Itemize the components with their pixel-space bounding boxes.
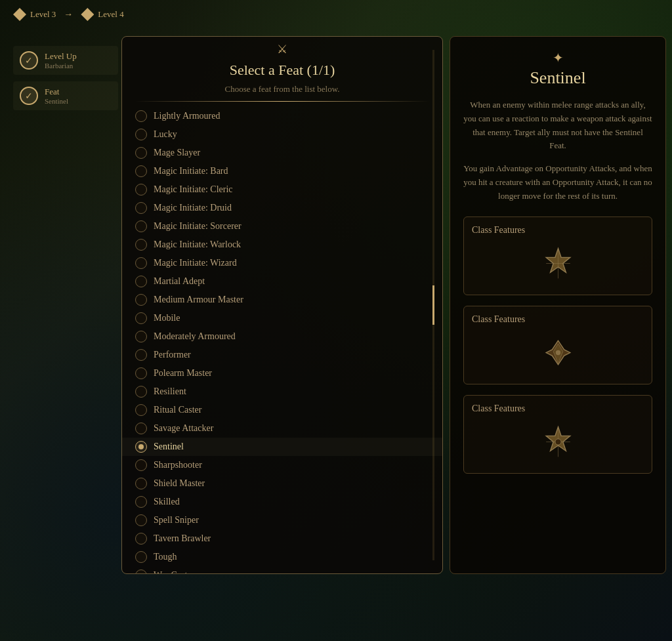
feat-name-label: Magic Initiate: Druid	[154, 203, 232, 213]
feat-radio[interactable]	[135, 404, 147, 416]
feat-list-item[interactable]: Magic Initiate: Druid	[122, 199, 442, 217]
feat-name-label: Magic Initiate: Sorcerer	[154, 221, 242, 232]
feat-name-label: Magic Initiate: Cleric	[154, 184, 233, 195]
feat-radio[interactable]	[135, 423, 147, 434]
feat-list-item[interactable]: Polearm Master	[122, 364, 442, 383]
feat-list-item[interactable]: Magic Initiate: Warlock	[122, 236, 442, 254]
feat-list-item[interactable]: Magic Initiate: Bard	[122, 162, 442, 180]
scrollbar-track[interactable]	[432, 50, 434, 560]
feat-radio[interactable]	[135, 239, 147, 251]
class-feature-box-2: Class Features	[463, 306, 652, 384]
feat-radio[interactable]	[135, 312, 147, 324]
feat-list-item[interactable]: Skilled	[122, 493, 442, 511]
feat-radio[interactable]	[135, 129, 147, 140]
level-from-label: Level 3	[30, 9, 56, 20]
feat-radio[interactable]	[135, 257, 147, 269]
feat-check: ✓	[20, 87, 38, 105]
feat-list-item[interactable]: Ritual Caster	[122, 401, 442, 419]
class-feature-icon-3	[535, 419, 581, 465]
feat-radio[interactable]	[135, 184, 147, 196]
feat-name-label: Tough	[154, 552, 177, 562]
feat-list-item[interactable]: Lucky	[122, 125, 442, 144]
feat-name-label: Medium Armour Master	[154, 295, 243, 305]
feat-radio[interactable]	[135, 294, 147, 306]
sidebar-level-up-subtitle: Barbarian	[45, 62, 77, 70]
feat-name-label: Spell Sniper	[154, 515, 199, 526]
panel-ornament: ⚔	[122, 37, 442, 59]
detail-ornament: ✦	[553, 50, 564, 66]
feat-list-item[interactable]: Mage Slayer	[122, 144, 442, 162]
class-feature-box-3: Class Features	[463, 395, 652, 474]
feat-radio[interactable]	[135, 349, 147, 361]
panel-title: Select a Feat (1/1)	[122, 59, 442, 81]
feat-list: Lightly ArmouredLuckyMage SlayerMagic In…	[122, 102, 442, 573]
highlight-advantage: Advantage	[495, 163, 532, 173]
feat-name-label: Shield Master	[154, 478, 205, 489]
feat-name-label: Magic Initiate: Bard	[154, 166, 228, 176]
feat-radio[interactable]	[135, 533, 147, 545]
feat-list-item[interactable]: Mobile	[122, 309, 442, 327]
class-feature-icon-1	[535, 241, 581, 287]
feat-radio[interactable]	[135, 147, 147, 159]
sidebar-item-level-up[interactable]: ✓ Level Up Barbarian	[13, 46, 118, 75]
feat-list-item[interactable]: Tough	[122, 548, 442, 566]
feat-name-label: Magic Initiate: Warlock	[154, 239, 241, 250]
feat-name-label: War Caster	[154, 570, 194, 573]
feat-radio[interactable]	[135, 202, 147, 214]
level-to-label: Level 4	[98, 9, 123, 20]
feat-list-item[interactable]: Tavern Brawler	[122, 529, 442, 548]
feat-radio[interactable]	[135, 220, 147, 232]
feat-radio[interactable]	[135, 459, 147, 471]
feat-list-item[interactable]: Resilient	[122, 383, 442, 401]
level-up-check: ✓	[20, 51, 38, 70]
feat-radio[interactable]	[135, 514, 147, 526]
sidebar-feat-title: Feat	[45, 87, 68, 97]
svg-point-3	[555, 350, 560, 355]
feat-name-label: Sentinel	[154, 442, 184, 452]
feat-radio[interactable]	[135, 110, 147, 122]
left-sidebar: ✓ Level Up Barbarian ✓ Feat Sentinel	[13, 46, 118, 110]
feat-radio[interactable]	[135, 165, 147, 177]
scrollbar-thumb[interactable]	[432, 285, 434, 325]
feat-list-item[interactable]: Shield Master	[122, 474, 442, 493]
feat-radio[interactable]	[135, 441, 147, 453]
feat-list-item[interactable]: Sentinel	[122, 438, 442, 456]
feat-list-item[interactable]: Magic Initiate: Wizard	[122, 254, 442, 272]
feat-radio[interactable]	[135, 386, 147, 398]
feat-list-item[interactable]: Sharpshooter	[122, 456, 442, 474]
feat-list-item[interactable]: Magic Initiate: Sorcerer	[122, 217, 442, 236]
feat-name-label: Polearm Master	[154, 368, 212, 379]
feat-detail-panel: ✦ Sentinel When an enemy within melee ra…	[450, 36, 666, 574]
feat-radio[interactable]	[135, 331, 147, 342]
feat-name-label: Sharpshooter	[154, 460, 202, 470]
sidebar-level-up-title: Level Up	[45, 51, 77, 62]
feat-name-label: Tavern Brawler	[154, 533, 211, 544]
level-icon	[13, 8, 26, 21]
feat-list-item[interactable]: Savage Attacker	[122, 419, 442, 438]
feat-list-item[interactable]: War Caster	[122, 566, 442, 573]
feat-list-item[interactable]: Moderately Armoured	[122, 327, 442, 346]
level-arrow: →	[64, 9, 73, 20]
sidebar-item-feat[interactable]: ✓ Feat Sentinel	[13, 81, 118, 110]
feat-name-label: Martial Adept	[154, 276, 205, 287]
feat-radio[interactable]	[135, 478, 147, 489]
feat-list-item[interactable]: Performer	[122, 346, 442, 364]
feat-name-label: Moderately Armoured	[154, 331, 236, 342]
feat-name-label: Mobile	[154, 313, 180, 323]
feat-name-label: Ritual Caster	[154, 405, 202, 415]
feat-list-item[interactable]: Spell Sniper	[122, 511, 442, 529]
class-feature-label-3: Class Features	[472, 403, 525, 414]
feat-name-label: Resilient	[154, 386, 186, 397]
feat-list-item[interactable]: Martial Adept	[122, 272, 442, 291]
feat-radio[interactable]	[135, 367, 147, 379]
feat-radio[interactable]	[135, 551, 147, 563]
feat-name-label: Magic Initiate: Wizard	[154, 258, 237, 268]
feat-radio[interactable]	[135, 276, 147, 287]
detail-description-2: You gain Advantage on Opportunity Attack…	[463, 162, 652, 203]
feat-radio[interactable]	[135, 496, 147, 508]
feat-radio[interactable]	[135, 569, 147, 573]
feat-list-item[interactable]: Lightly Armoured	[122, 107, 442, 125]
feat-list-item[interactable]: Medium Armour Master	[122, 291, 442, 309]
feat-name-label: Performer	[154, 350, 191, 360]
feat-list-item[interactable]: Magic Initiate: Cleric	[122, 180, 442, 199]
